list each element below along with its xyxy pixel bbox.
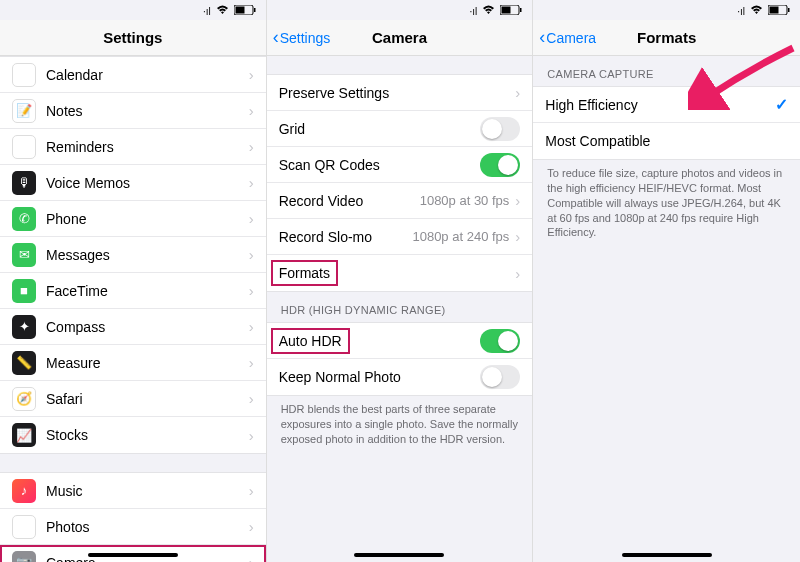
page-title: Settings	[103, 29, 162, 46]
settings-row-safari[interactable]: 🧭Safari›	[0, 381, 266, 417]
status-bar: ·ıl	[0, 0, 266, 20]
qr-toggle[interactable]	[480, 153, 520, 177]
signal-icon: ·ıl	[470, 6, 478, 17]
page-title: Camera	[372, 29, 427, 46]
camera-row-formats[interactable]: Formats›	[267, 255, 533, 291]
settings-row-calendar[interactable]: 31Calendar›	[0, 57, 266, 93]
settings-row-voice[interactable]: 🎙Voice Memos›	[0, 165, 266, 201]
voice-icon: 🎙	[12, 171, 36, 195]
settings-row-messages[interactable]: ✉Messages›	[0, 237, 266, 273]
row-label: Scan QR Codes	[279, 157, 481, 173]
chevron-right-icon: ›	[249, 282, 254, 299]
chevron-right-icon: ›	[249, 210, 254, 227]
page-title: Formats	[637, 29, 696, 46]
signal-icon: ·ıl	[737, 6, 745, 17]
row-detail: 1080p at 240 fps	[412, 229, 509, 244]
chevron-right-icon: ›	[249, 174, 254, 191]
music-icon: ♪	[12, 479, 36, 503]
capture-section-header: CAMERA CAPTURE	[533, 56, 800, 86]
formats-footnote: To reduce file size, capture photos and …	[533, 160, 800, 250]
camera-row-slomo[interactable]: Record Slo-mo1080p at 240 fps›	[267, 219, 533, 255]
chevron-left-icon: ‹	[273, 27, 279, 48]
settings-row-music[interactable]: ♪Music›	[0, 473, 266, 509]
settings-row-stocks[interactable]: 📈Stocks›	[0, 417, 266, 453]
chevron-right-icon: ›	[249, 390, 254, 407]
home-indicator[interactable]	[354, 553, 444, 557]
settings-row-phone[interactable]: ✆Phone›	[0, 201, 266, 237]
svg-rect-5	[520, 8, 522, 12]
row-label: Grid	[279, 121, 481, 137]
row-label: Record Video	[279, 193, 420, 209]
grid-toggle[interactable]	[480, 117, 520, 141]
wifi-icon	[750, 5, 763, 17]
back-button[interactable]: ‹ Settings	[273, 27, 331, 48]
settings-pane: ·ıl Settings 31Calendar›📝Notes›☰Reminder…	[0, 0, 267, 562]
svg-rect-8	[788, 8, 790, 12]
back-label: Settings	[280, 30, 331, 46]
measure-icon: 📏	[12, 351, 36, 375]
triptych: ·ıl Settings 31Calendar›📝Notes›☰Reminder…	[0, 0, 800, 562]
compass-icon: ✦	[12, 315, 36, 339]
row-label: Reminders	[46, 139, 249, 155]
settings-row-reminders[interactable]: ☰Reminders›	[0, 129, 266, 165]
format-option-jpeg[interactable]: Most Compatible	[533, 123, 800, 159]
safari-icon: 🧭	[12, 387, 36, 411]
row-label: Safari	[46, 391, 249, 407]
svg-rect-4	[502, 7, 511, 14]
camera-row-qr[interactable]: Scan QR Codes	[267, 147, 533, 183]
row-label: Voice Memos	[46, 175, 249, 191]
chevron-right-icon: ›	[249, 318, 254, 335]
settings-row-compass[interactable]: ✦Compass›	[0, 309, 266, 345]
row-label: Music	[46, 483, 249, 499]
hdr-section-header: HDR (HIGH DYNAMIC RANGE)	[267, 292, 533, 322]
chevron-right-icon: ›	[249, 518, 254, 535]
row-label: Measure	[46, 355, 249, 371]
chevron-right-icon: ›	[515, 228, 520, 245]
settings-row-measure[interactable]: 📏Measure›	[0, 345, 266, 381]
checkmark-icon: ✓	[775, 95, 788, 114]
formats-pane: ·ıl ‹ Camera Formats CAMERA CAPTURE High…	[533, 0, 800, 562]
chevron-right-icon: ›	[249, 354, 254, 371]
chevron-right-icon: ›	[249, 427, 254, 444]
keepnormal-toggle[interactable]	[480, 365, 520, 389]
home-indicator[interactable]	[622, 553, 712, 557]
battery-icon	[500, 5, 522, 17]
chevron-left-icon: ‹	[539, 27, 545, 48]
chevron-right-icon: ›	[249, 554, 254, 562]
back-button[interactable]: ‹ Camera	[539, 27, 596, 48]
signal-icon: ·ıl	[203, 6, 211, 17]
status-bar: ·ıl	[533, 0, 800, 20]
chevron-right-icon: ›	[515, 84, 520, 101]
row-label: Phone	[46, 211, 249, 227]
settings-row-facetime[interactable]: ■FaceTime›	[0, 273, 266, 309]
navbar: Settings	[0, 20, 266, 56]
row-label: Preserve Settings	[279, 85, 516, 101]
row-label: Record Slo-mo	[279, 229, 413, 245]
option-label: Most Compatible	[545, 133, 788, 149]
row-label: Stocks	[46, 427, 249, 443]
format-option-heif[interactable]: High Efficiency✓	[533, 87, 800, 123]
camera-row-grid[interactable]: Grid	[267, 111, 533, 147]
camera-row-preserve[interactable]: Preserve Settings›	[267, 75, 533, 111]
camera-row-keepnormal[interactable]: Keep Normal Photo	[267, 359, 533, 395]
settings-row-notes[interactable]: 📝Notes›	[0, 93, 266, 129]
row-label: Compass	[46, 319, 249, 335]
battery-icon	[234, 5, 256, 17]
camera-row-video[interactable]: Record Video1080p at 30 fps›	[267, 183, 533, 219]
home-indicator[interactable]	[88, 553, 178, 557]
settings-row-photos[interactable]: ✿Photos›	[0, 509, 266, 545]
formats-list[interactable]: CAMERA CAPTURE High Efficiency✓Most Comp…	[533, 56, 800, 562]
wifi-icon	[482, 5, 495, 17]
option-label: High Efficiency	[545, 97, 775, 113]
reminders-icon: ☰	[12, 135, 36, 159]
row-label: FaceTime	[46, 283, 249, 299]
row-label: Auto HDR	[279, 333, 481, 349]
navbar: ‹ Camera Formats	[533, 20, 800, 56]
settings-list[interactable]: 31Calendar›📝Notes›☰Reminders›🎙Voice Memo…	[0, 56, 266, 562]
camera-row-autohdr[interactable]: Auto HDR	[267, 323, 533, 359]
chevron-right-icon: ›	[249, 246, 254, 263]
chevron-right-icon: ›	[249, 482, 254, 499]
camera-settings-list[interactable]: Preserve Settings›GridScan QR CodesRecor…	[267, 56, 533, 562]
battery-icon	[768, 5, 790, 17]
autohdr-toggle[interactable]	[480, 329, 520, 353]
